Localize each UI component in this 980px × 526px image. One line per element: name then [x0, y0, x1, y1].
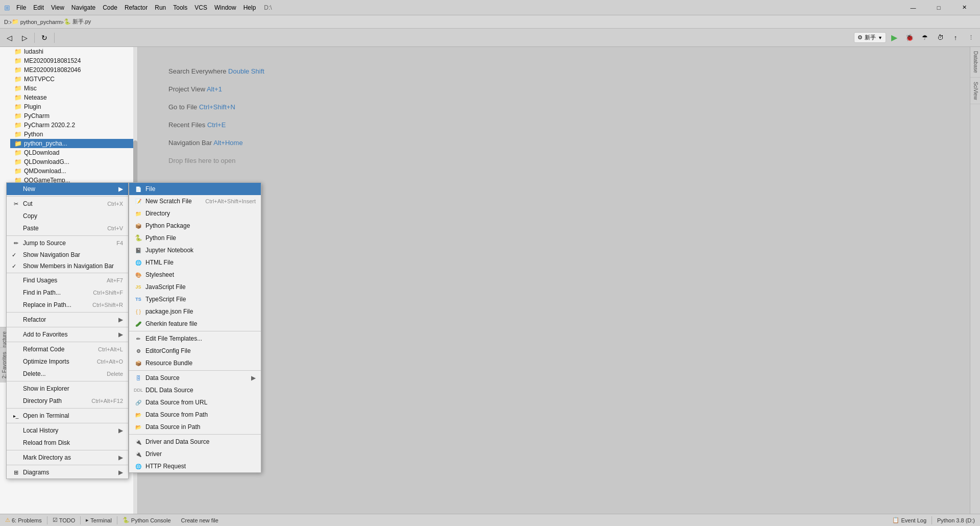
run-config-dropdown[interactable]: ⚙ 新手 ▼ [854, 32, 886, 43]
menu-edit[interactable]: Edit [30, 3, 47, 12]
minimize-button[interactable]: — [901, 0, 925, 15]
database-tab[interactable]: Database [970, 47, 980, 78]
tree-item-mgtv[interactable]: 📁 MGTVPCC [10, 75, 137, 84]
ctx-replace-path[interactable]: Replace in Path... Ctrl+Shift+R [7, 299, 128, 311]
menu-refactor[interactable]: Refactor [121, 3, 151, 12]
tree-item-netease[interactable]: 📁 Netease [10, 93, 137, 102]
ctx-show-explorer[interactable]: Show in Explorer [7, 382, 128, 395]
toolbar-forward[interactable]: ▷ [17, 31, 32, 45]
ctx-copy[interactable]: Copy [7, 210, 128, 222]
update-button[interactable]: ↑ [948, 31, 963, 45]
ctx-new[interactable]: New ▶ [7, 183, 128, 195]
ctx-find-path[interactable]: Find in Path... Ctrl+Shift+F [7, 286, 128, 299]
tree-item-qmdownload[interactable]: 📁 QMDownload... [10, 166, 137, 176]
tree-item-pycharm[interactable]: 📁 PyCharm [10, 111, 137, 121]
ctx2-http-request[interactable]: 🌐 HTTP Request [129, 460, 261, 472]
ctx-cut[interactable]: ✂ Cut Ctrl+X [7, 198, 128, 210]
ctx2-typescript[interactable]: TS TypeScript File [129, 293, 261, 305]
problems-tab[interactable]: ⚠ 6: Problems [0, 514, 47, 526]
breadcrumb-drive[interactable]: D: [4, 19, 10, 25]
ctx2-javascript[interactable]: JS JavaScript File [129, 281, 261, 293]
tree-item-plugin[interactable]: 📁 Plugin [10, 102, 137, 111]
ctx2-edit-templates[interactable]: ✏ Edit File Templates... [129, 332, 261, 345]
diagrams-arrow: ▶ [118, 469, 123, 476]
terminal-tab[interactable]: ▸ Terminal [81, 514, 117, 526]
breadcrumb-file[interactable]: 🐍 新手.py [64, 18, 91, 26]
tree-item-qldownloadg[interactable]: 📁 QLDownloadG... [10, 157, 137, 166]
ctx-show-nav[interactable]: ✓ Show Navigation Bar [7, 249, 128, 260]
todo-tab[interactable]: ☑ TODO [47, 514, 81, 526]
event-log-tab[interactable]: 📋 Event Log [887, 517, 932, 523]
more-button[interactable]: ⋮ [964, 31, 978, 45]
ctx-reload[interactable]: Reload from Disk [7, 437, 128, 449]
menu-code[interactable]: Code [100, 3, 120, 12]
ctx-open-terminal[interactable]: ▸_ Open in Terminal [7, 410, 128, 422]
ctx-reformat[interactable]: Reformat Code Ctrl+Alt+L [7, 343, 128, 355]
ctx2-data-source[interactable]: 🗄 Data Source ▶ [129, 372, 261, 384]
ctx-find-usages[interactable]: Find Usages Alt+F7 [7, 274, 128, 286]
ctx2-stylesheet[interactable]: 🎨 Stylesheet [129, 269, 261, 281]
hint-recent-files: Recent Files Ctrl+E [168, 121, 939, 129]
coverage-button[interactable]: ☂ [918, 31, 932, 45]
ctx2-packagejson[interactable]: { } package.json File [129, 305, 261, 318]
folder-icon: 📁 [14, 57, 22, 64]
debug-button[interactable]: 🐞 [902, 31, 917, 45]
ctx-refactor[interactable]: Refactor ▶ [7, 314, 128, 326]
sciview-tab[interactable]: SciView [970, 78, 980, 104]
ctx2-scratch-file[interactable]: 📝 New Scratch File Ctrl+Alt+Shift+Insert [129, 195, 261, 207]
tree-item-ludashi[interactable]: 📁 ludashi [10, 47, 137, 56]
ctx-paste[interactable]: Paste Ctrl+V [7, 222, 128, 234]
ctx2-html[interactable]: 🌐 HTML File [129, 256, 261, 269]
run-button[interactable]: ▶ [887, 31, 901, 45]
ctx-optimize[interactable]: Optimize Imports Ctrl+Alt+O [7, 355, 128, 368]
ctx2-directory[interactable]: 📁 Directory [129, 207, 261, 220]
menu-run[interactable]: Run [152, 3, 169, 12]
folder-icon: 📁 [12, 18, 19, 25]
menu-window[interactable]: Window [211, 3, 239, 12]
ctx-dir-path[interactable]: Directory Path Ctrl+Alt+F12 [7, 395, 128, 407]
tree-item-python[interactable]: 📁 Python [10, 130, 137, 139]
ctx-delete[interactable]: Delete... Delete [7, 368, 128, 380]
toolbar-back[interactable]: ◁ [2, 31, 16, 45]
tree-item-me2[interactable]: 📁 ME20200918082046 [10, 65, 137, 75]
ctx2-driver-datasource[interactable]: 🔌 Driver and Data Source [129, 436, 261, 448]
ctx-jump-source[interactable]: ✏ Jump to Source F4 [7, 237, 128, 249]
breadcrumb-folder[interactable]: 📁 python_pycharm [12, 18, 62, 25]
tree-item-pycharm2020[interactable]: 📁 PyCharm 2020.2.2 [10, 121, 137, 130]
ctx-show-members[interactable]: ✓ Show Members in Navigation Bar [7, 260, 128, 272]
ctx-mark-dir[interactable]: Mark Directory as ▶ [7, 451, 128, 464]
tree-item-python-pycharm[interactable]: 📁 python_pycha... [10, 139, 137, 148]
ctx-diagrams[interactable]: ⊞ Diagrams ▶ [7, 466, 128, 479]
menu-help[interactable]: Help [240, 3, 259, 12]
ctx2-gherkin[interactable]: 🥒 Gherkin feature file [129, 318, 261, 330]
ctx2-python-file[interactable]: 🐍 Python File [129, 232, 261, 244]
ctx-local-history[interactable]: Local History ▶ [7, 424, 128, 437]
ctx2-editorconfig[interactable]: ⚙ EditorConfig File [129, 345, 261, 357]
profile-button[interactable]: ⏱ [933, 31, 947, 45]
ctx2-resource-bundle[interactable]: 📦 Resource Bundle [129, 357, 261, 369]
python-console-tab[interactable]: 🐍 Python Console [117, 514, 176, 526]
ctx2-jupyter[interactable]: 📓 Jupyter Notebook [129, 244, 261, 256]
ctx2-driver[interactable]: 🔌 Driver [129, 448, 261, 460]
ctx2-datasource-url[interactable]: 🔗 Data Source from URL [129, 396, 261, 409]
python-version[interactable]: Python 3.8 (D:) [932, 517, 980, 523]
menu-file[interactable]: File [13, 3, 29, 12]
ctx2-file[interactable]: 📄 File [129, 183, 261, 195]
close-button[interactable]: ✕ [952, 0, 976, 15]
menu-tools[interactable]: Tools [170, 3, 190, 12]
run-config-label: 新手 [865, 34, 876, 41]
ctx2-python-package[interactable]: 📦 Python Package [129, 220, 261, 232]
tree-item-qldownload[interactable]: 📁 QLDownload [10, 148, 137, 157]
ctx2-datasource-inpath[interactable]: 📂 Data Source in Path [129, 421, 261, 433]
ctx2-datasource-path[interactable]: 📂 Data Source from Path [129, 409, 261, 421]
tree-item-me1[interactable]: 📁 ME20200918081524 [10, 56, 137, 65]
menu-navigate[interactable]: Navigate [68, 3, 99, 12]
ctx2-ddl-source[interactable]: DDL DDL Data Source [129, 384, 261, 396]
maximize-button[interactable]: □ [927, 0, 950, 15]
menu-view[interactable]: View [48, 3, 67, 12]
tree-item-misc[interactable]: 📁 Misc [10, 84, 137, 93]
menu-vcs[interactable]: VCS [191, 3, 210, 12]
toolbar-refresh[interactable]: ↻ [37, 31, 52, 45]
file-icon: 📄 [134, 185, 142, 193]
ctx-add-favorites[interactable]: Add to Favorites ▶ [7, 328, 128, 341]
